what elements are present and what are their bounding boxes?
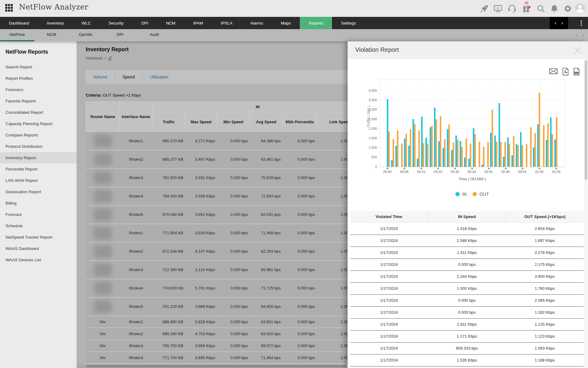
table-row[interactable]: NivIfIndex4771.700 KB4.695 Kbps0.000 bps…	[86, 352, 363, 364]
close-icon[interactable]	[574, 46, 582, 54]
violation-row[interactable]: 1/17/20241.411 Kbps2.278 Kbps	[350, 247, 584, 259]
table-row[interactable]: IfIndex3712.380 KB3.124 Kbps0.000 bps65.…	[86, 261, 363, 279]
sidebar-item-forecast[interactable]: Forecast	[0, 209, 77, 220]
violation-row[interactable]: 1/17/20240.000 bps2.065 Kbps	[350, 294, 584, 306]
subnav-tab-audit[interactable]: Audit	[137, 29, 172, 41]
violation-row[interactable]: 1/17/20241.811 Kbps1.125 Kbps	[350, 318, 584, 330]
csv-icon[interactable]: CSV	[573, 68, 580, 76]
violation-col-violated-time[interactable]: Violated Time	[350, 211, 428, 223]
gear-icon[interactable]	[564, 5, 572, 13]
view-tab-volume[interactable]: Volume	[86, 75, 115, 79]
nav-kebab-menu-icon[interactable]	[578, 20, 584, 26]
email-icon[interactable]	[549, 68, 558, 76]
sidebar-item-report-profiles[interactable]: Report Profiles	[0, 73, 77, 84]
col-header-interface-name[interactable]: Interface Name	[120, 102, 153, 132]
app-grid-icon[interactable]	[5, 4, 13, 12]
nav-left-chevron-icon[interactable]: ‹	[555, 20, 556, 26]
table-hscrollbar[interactable]	[77, 364, 348, 368]
violation-row[interactable]: 1/17/20240.000 bps2.175 Kbps	[350, 259, 584, 270]
sidebar-item-protocol-distribution[interactable]: Protocol Distribution	[0, 141, 77, 152]
legend-item-in[interactable]: IN	[455, 192, 467, 197]
nav-right-chevron-icon[interactable]: ›	[561, 20, 563, 26]
sidebar-item-netspeed-tracker-report[interactable]: NetSpeed Tracker Report	[0, 232, 77, 243]
col-header-traffic[interactable]: Traffic	[153, 112, 185, 132]
subnav-left-chevron-icon[interactable]: ‹	[576, 33, 578, 38]
col-header-min-speed[interactable]: Min Speed	[217, 112, 250, 132]
col-header-max-speed[interactable]: Max Speed	[185, 112, 217, 132]
nav-tab-alarms[interactable]: Alarms	[241, 17, 272, 29]
table-row[interactable]: IfIndex3762.900 KB3.931 Kbps0.000 bps70.…	[86, 169, 363, 187]
nav-tab-ipam[interactable]: IPAM	[184, 17, 212, 29]
table-hscrollbar-thumb[interactable]	[86, 365, 346, 367]
nav-tab-inventory[interactable]: Inventory	[38, 17, 73, 29]
violation-row[interactable]: 1/17/20241.418 Kbps2.604 Kbps	[350, 223, 584, 235]
violation-col-in-speed[interactable]: IN Speed	[428, 211, 506, 223]
subnav-tab-netflow[interactable]: NetFlow	[0, 29, 34, 41]
legend-item-out[interactable]: OUT	[473, 192, 489, 197]
violation-col-out-speed-1kbps-[interactable]: OUT Speed (>1Kbps)	[506, 211, 584, 223]
sidebar-item-compare-reports[interactable]: Compare Reports	[0, 129, 77, 141]
col-header-router-name[interactable]: Router Name	[86, 102, 120, 132]
col-header-95th-percentile[interactable]: 95th Percentile	[283, 112, 317, 132]
table-row[interactable]: IfIndex5670.040 KB3.652 Kbps0.000 bps62.…	[86, 205, 363, 224]
sidebar-item-waas-dashboard[interactable]: WAAS Dashboard	[0, 243, 77, 254]
edit-pencil-icon[interactable]	[108, 56, 112, 60]
sidebar-item-forensics[interactable]: Forensics	[0, 84, 77, 95]
sidebar-item-favorite-reports[interactable]: Favorite Reports	[0, 95, 77, 107]
table-row[interactable]: IfIndex1771.854 KB3.839 Kbps0.000 bps71.…	[86, 224, 363, 242]
pdf-icon[interactable]	[562, 68, 569, 76]
violation-row[interactable]: 1/17/20241.535 Kbps1.188 Kbps	[350, 354, 584, 366]
violation-row[interactable]: 1/17/20242.244 Kbps3.900 Kbps	[350, 270, 584, 282]
table-row[interactable]: IfIndex5701.220 KB3.669 Kbps0.000 bps64.…	[86, 297, 363, 316]
sidebar-item-waas-devices-list[interactable]: WAAS Devices List	[0, 254, 77, 266]
violation-row[interactable]: 1/17/2024609.333 bps1.593 Kbps	[350, 342, 584, 354]
sidebar-item-percentile-report[interactable]: Percentile Report	[0, 163, 77, 175]
nav-tab-wlc[interactable]: WLC	[73, 17, 100, 29]
view-tab-speed[interactable]: Speed	[115, 75, 142, 79]
sidebar-item-capacity-planning-report[interactable]: Capacity Planning Report	[0, 118, 77, 129]
table-row[interactable]: IfIndex2685.377 KB3.497 Kbps0.000 bps63.…	[86, 150, 363, 169]
search-icon[interactable]	[537, 5, 545, 13]
rocket-icon[interactable]	[480, 5, 489, 13]
table-row[interactable]: NivIfIndex1686.890 KB3.828 Kbps0.000 bps…	[86, 316, 363, 328]
sidebar-item-inventory-report[interactable]: Inventory Report	[0, 152, 77, 163]
nav-tab-settings[interactable]: Settings	[332, 17, 365, 29]
nav-tab-ncm[interactable]: NCM	[157, 17, 184, 29]
presentation-icon[interactable]	[494, 5, 502, 13]
sidebar-item-schedule[interactable]: Schedule	[0, 220, 77, 232]
table-row[interactable]: IfIndex1695.370 KB4.272 Kbps0.000 bps64.…	[86, 132, 363, 150]
violation-row[interactable]: 1/17/20241.000 Kbps1.760 Kbps	[350, 282, 584, 294]
gift-icon[interactable]	[522, 5, 530, 13]
sidebar-item-search-report[interactable]: Search Report	[0, 61, 77, 73]
panel-scrollbar[interactable]	[584, 59, 588, 368]
subnav-tab-ncm[interactable]: NCM	[34, 29, 69, 41]
view-tab-utilization[interactable]: Utilization	[142, 75, 176, 79]
nav-tab-reports[interactable]: Reports	[300, 17, 332, 29]
subnav-tab-oputils[interactable]: OpUtils	[69, 29, 103, 41]
table-row[interactable]: IfIndex4784.000 KB3.938 Kbps0.000 bps72.…	[86, 187, 363, 205]
bell-icon[interactable]	[550, 5, 559, 13]
headset-icon[interactable]	[508, 5, 516, 13]
table-row[interactable]: IfIndex2672.348 KB4.107 Kbps0.000 bps62.…	[86, 242, 363, 261]
violation-row[interactable]: 1/17/20240.000 bps1.192 Kbps	[350, 306, 584, 318]
panel-scrollbar-thumb[interactable]	[585, 60, 587, 180]
nav-tab-maps[interactable]: Maps	[272, 17, 300, 29]
sidebar-item-consolidated-report[interactable]: Consolidated Report	[0, 107, 77, 118]
col-header-avg-speed[interactable]: Avg Speed	[250, 112, 283, 132]
breadcrumb-item[interactable]: Interfaces	[86, 56, 103, 60]
nav-tab-dpi[interactable]: DPI	[132, 17, 157, 29]
user-avatar[interactable]	[575, 3, 585, 13]
subnav-right-chevron-icon[interactable]: ›	[582, 33, 584, 38]
table-row[interactable]: NivIfIndex2690.340 KB4.703 Kbps0.000 bps…	[86, 328, 363, 340]
table-row[interactable]: NivIfIndex3755.700 KB3.856 Kbps0.000 bps…	[86, 340, 363, 352]
violation-row[interactable]: 1/17/20242.589 Kbps1.697 Kbps	[350, 235, 584, 247]
subnav-tab-dpi[interactable]: DPI	[103, 29, 137, 41]
nav-tab-ipsla[interactable]: IPSLA	[212, 17, 241, 29]
sidebar-item-lan-wan-report[interactable]: LAN WAN Report	[0, 175, 77, 186]
table-row[interactable]: IfIndex4774.630 KB5.701 Kbps0.000 bps71.…	[86, 279, 363, 297]
sidebar-item-geolocation-report[interactable]: Geolocation Report	[0, 186, 77, 197]
sidebar-item-billing[interactable]: Billing	[0, 197, 77, 209]
nav-tab-dashboard[interactable]: Dashboard	[0, 17, 38, 29]
violation-row[interactable]: 1/17/20241.171 Kbps1.123 Kbps	[350, 330, 584, 342]
nav-tab-security[interactable]: Security	[100, 17, 133, 29]
